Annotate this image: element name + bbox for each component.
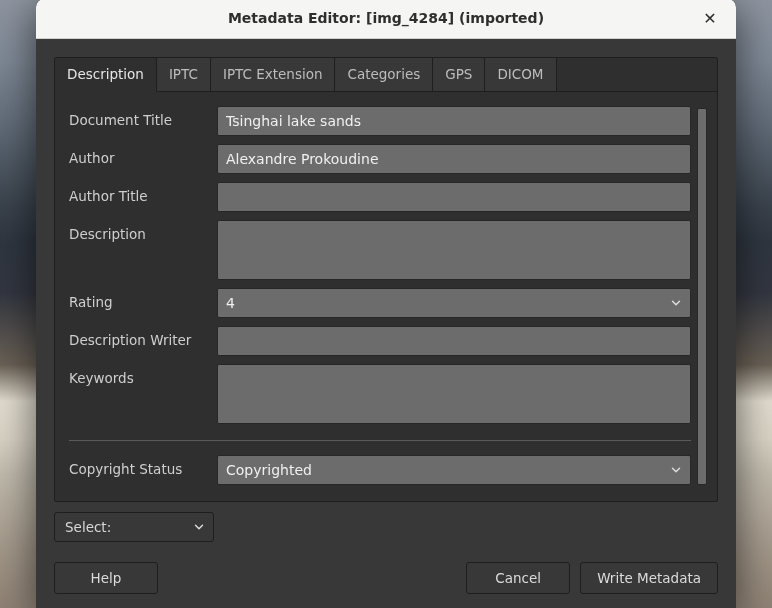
input-author-title[interactable] [217,182,691,212]
input-description-writer[interactable] [217,326,691,356]
separator [69,440,691,441]
label-author: Author [69,144,209,166]
tab-description[interactable]: Description [55,58,157,92]
tab-panel-description: Document Title Author Author Title Descr… [55,92,717,487]
tab-categories[interactable]: Categories [335,58,433,91]
tabs-bar: Description IPTC IPTC Extension Categori… [55,58,717,92]
write-metadata-button[interactable]: Write Metadata [580,562,718,594]
label-document-title: Document Title [69,106,209,128]
textarea-description[interactable] [217,220,691,280]
dialog-content: Description IPTC IPTC Extension Categori… [36,39,736,609]
select-copyright-status[interactable] [217,455,691,485]
scrollbar[interactable] [697,108,707,485]
metadata-editor-dialog: Metadata Editor: [img_4284] (imported) ✕… [36,0,736,608]
label-rating: Rating [69,288,209,310]
tab-gps[interactable]: GPS [433,58,485,91]
dialog-title: Metadata Editor: [img_4284] (imported) [228,10,544,26]
label-copyright-status: Copyright Status [69,455,209,477]
tab-iptc[interactable]: IPTC [157,58,211,91]
button-row: Help Cancel Write Metadata [54,562,718,594]
label-keywords: Keywords [69,364,209,386]
input-author[interactable] [217,144,691,174]
close-icon[interactable]: ✕ [696,0,724,38]
label-description: Description [69,220,209,242]
lower-select-row [54,512,718,542]
tab-iptc-extension[interactable]: IPTC Extension [211,58,336,91]
cancel-button[interactable]: Cancel [466,562,570,594]
label-description-writer: Description Writer [69,326,209,348]
select-action[interactable] [54,512,214,542]
fields-grid: Document Title Author Author Title Descr… [69,106,691,485]
help-button[interactable]: Help [54,562,158,594]
tabs-container: Description IPTC IPTC Extension Categori… [54,57,718,502]
input-document-title[interactable] [217,106,691,136]
select-rating[interactable] [217,288,691,318]
textarea-keywords[interactable] [217,364,691,424]
titlebar: Metadata Editor: [img_4284] (imported) ✕ [36,0,736,39]
tab-dicom[interactable]: DICOM [485,58,556,91]
label-author-title: Author Title [69,182,209,204]
